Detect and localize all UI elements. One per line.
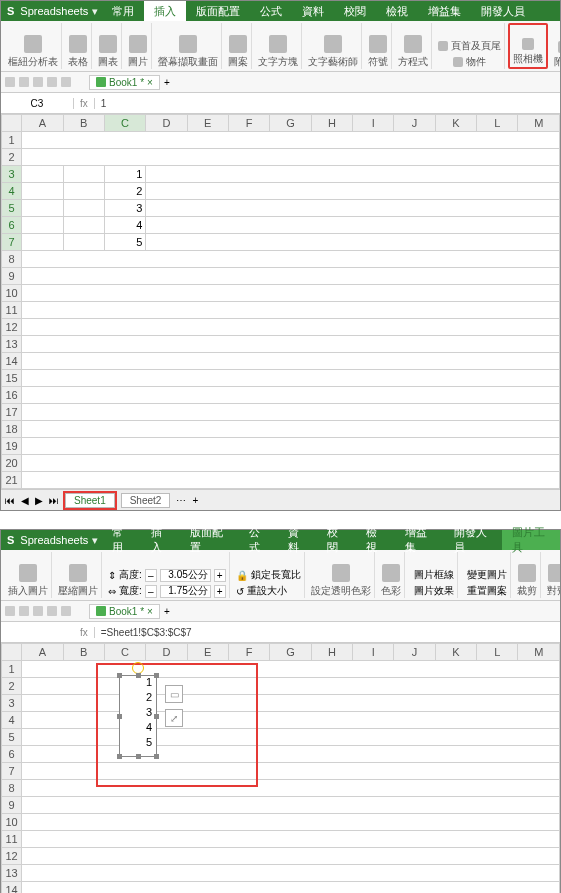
- close-icon[interactable]: ×: [147, 77, 153, 88]
- col2-F[interactable]: F: [228, 644, 269, 661]
- cell-C3[interactable]: 1: [104, 166, 145, 183]
- camera-picture[interactable]: 1 2 3 4 5: [119, 675, 157, 757]
- handle-r[interactable]: [154, 714, 159, 719]
- grp-trans[interactable]: 設定透明色彩: [308, 552, 375, 598]
- row-10[interactable]: 10: [2, 285, 22, 302]
- tab2-view[interactable]: 檢視: [356, 530, 395, 550]
- grp-chart[interactable]: 圖表: [95, 23, 122, 69]
- sheet-tab-1[interactable]: Sheet1: [65, 493, 115, 508]
- row2-6[interactable]: 6: [2, 746, 22, 763]
- col-G[interactable]: G: [270, 115, 311, 132]
- tab2-common[interactable]: 常用: [102, 530, 141, 550]
- sheet-more-icon[interactable]: ⋯: [176, 495, 186, 506]
- grp-compress[interactable]: 壓縮圖片: [55, 552, 102, 598]
- tab-data[interactable]: 資料: [292, 1, 334, 21]
- col-L[interactable]: L: [477, 115, 518, 132]
- col-B[interactable]: B: [63, 115, 104, 132]
- col-E[interactable]: E: [187, 115, 228, 132]
- tab2-layout[interactable]: 版面配置: [180, 530, 238, 550]
- tab-insert[interactable]: 插入: [144, 1, 186, 21]
- layout-options-icon[interactable]: ▭: [165, 685, 183, 703]
- col2-I[interactable]: I: [353, 644, 394, 661]
- close-icon-2[interactable]: ×: [147, 606, 153, 617]
- row-5[interactable]: 5: [2, 200, 22, 217]
- reset-options-icon[interactable]: ⤢: [165, 709, 183, 727]
- qat-undo-icon[interactable]: [47, 77, 57, 87]
- col2-A[interactable]: A: [22, 644, 63, 661]
- titlebar-dropdown-icon-2[interactable]: ▾: [88, 534, 102, 547]
- grp-attach[interactable]: 附件: [551, 23, 560, 69]
- formula-input-2[interactable]: =Sheet1!$C$3:$C$7: [95, 627, 560, 638]
- change-label[interactable]: 變更圖片: [467, 568, 507, 582]
- row-7[interactable]: 7: [2, 234, 22, 251]
- col-F[interactable]: F: [228, 115, 269, 132]
- nav-last-icon[interactable]: ⏭: [49, 495, 59, 506]
- name-box[interactable]: C3: [1, 98, 74, 109]
- header-label[interactable]: 頁首及頁尾: [451, 39, 501, 53]
- grp-shapes[interactable]: 圖案: [225, 23, 252, 69]
- add-doc-icon[interactable]: +: [164, 77, 170, 88]
- col2-M[interactable]: M: [518, 644, 560, 661]
- row2-13[interactable]: 13: [2, 865, 22, 882]
- nav-first-icon[interactable]: ⏮: [5, 495, 15, 506]
- row-2[interactable]: 2: [2, 149, 22, 166]
- col2-K[interactable]: K: [435, 644, 476, 661]
- object-label[interactable]: 物件: [466, 55, 486, 69]
- row2-4[interactable]: 4: [2, 712, 22, 729]
- handle-br[interactable]: [154, 754, 159, 759]
- row-20[interactable]: 20: [2, 455, 22, 472]
- col2-H[interactable]: H: [311, 644, 352, 661]
- handle-b[interactable]: [136, 754, 141, 759]
- nav-next-icon[interactable]: ▶: [35, 495, 43, 506]
- col2-D[interactable]: D: [146, 644, 187, 661]
- tab-addins[interactable]: 增益集: [418, 1, 471, 21]
- grp-screenshot[interactable]: 螢幕擷取畫面: [155, 23, 222, 69]
- row-13[interactable]: 13: [2, 336, 22, 353]
- row-18[interactable]: 18: [2, 421, 22, 438]
- height-dec[interactable]: –: [145, 569, 157, 582]
- col2-L[interactable]: L: [477, 644, 518, 661]
- col2-G[interactable]: G: [270, 644, 311, 661]
- qat2-new-icon[interactable]: [5, 606, 15, 616]
- col-H[interactable]: H: [311, 115, 352, 132]
- row2-7[interactable]: 7: [2, 763, 22, 780]
- grp-symbol[interactable]: 符號: [365, 23, 392, 69]
- handle-l[interactable]: [117, 714, 122, 719]
- row-15[interactable]: 15: [2, 370, 22, 387]
- row-19[interactable]: 19: [2, 438, 22, 455]
- height-inc[interactable]: +: [214, 569, 226, 582]
- qat-redo-icon[interactable]: [61, 77, 71, 87]
- col-C[interactable]: C: [104, 115, 145, 132]
- border-label[interactable]: 圖片框線: [414, 568, 454, 582]
- col-M[interactable]: M: [518, 115, 560, 132]
- row-1[interactable]: 1: [2, 132, 22, 149]
- width-dec[interactable]: –: [145, 585, 157, 598]
- row-21[interactable]: 21: [2, 472, 22, 489]
- grp-insertpic[interactable]: 插入圖片: [5, 552, 52, 598]
- sheet-tab-2[interactable]: Sheet2: [121, 493, 171, 508]
- select-all-2[interactable]: [2, 644, 22, 661]
- sheet-add-icon[interactable]: +: [192, 495, 198, 506]
- row-6[interactable]: 6: [2, 217, 22, 234]
- tab2-addins[interactable]: 增益集: [395, 530, 444, 550]
- row-3[interactable]: 3: [2, 166, 22, 183]
- grp-camera[interactable]: 照相機: [508, 23, 548, 69]
- col2-J[interactable]: J: [394, 644, 435, 661]
- tab-dev[interactable]: 開發人員: [471, 1, 535, 21]
- cell-C4[interactable]: 2: [104, 183, 145, 200]
- tab2-formula[interactable]: 公式: [239, 530, 278, 550]
- grp-pivot[interactable]: 樞紐分析表: [5, 23, 62, 69]
- row-4[interactable]: 4: [2, 183, 22, 200]
- titlebar-dropdown-icon[interactable]: ▾: [88, 5, 102, 18]
- effects-label[interactable]: 圖片效果: [414, 584, 454, 598]
- row-8[interactable]: 8: [2, 251, 22, 268]
- cell-C5[interactable]: 3: [104, 200, 145, 217]
- row2-1[interactable]: 1: [2, 661, 22, 678]
- row-12[interactable]: 12: [2, 319, 22, 336]
- handle-bl[interactable]: [117, 754, 122, 759]
- height-input[interactable]: [160, 569, 211, 582]
- grp-crop[interactable]: 裁剪: [514, 552, 541, 598]
- tab-review[interactable]: 校閱: [334, 1, 376, 21]
- tab-formula[interactable]: 公式: [250, 1, 292, 21]
- tab-common[interactable]: 常用: [102, 1, 144, 21]
